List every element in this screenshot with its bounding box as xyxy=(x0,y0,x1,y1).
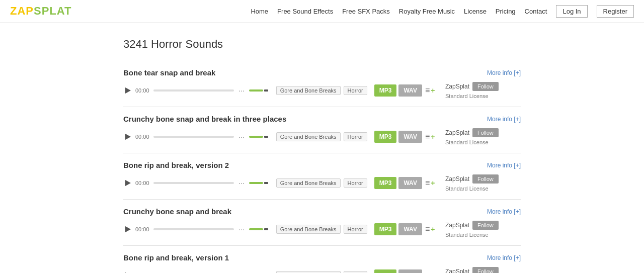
more-info-link[interactable]: More info [+] xyxy=(487,162,521,169)
tag-item[interactable]: Horror xyxy=(344,86,367,95)
tag-item[interactable]: Horror xyxy=(344,132,367,141)
progress-bar[interactable] xyxy=(153,136,234,138)
volume-control[interactable] xyxy=(249,136,268,138)
mp3-button[interactable]: MP3 xyxy=(374,177,397,189)
more-info-link[interactable]: More info [+] xyxy=(487,69,521,76)
author-row: ZapSplat Follow xyxy=(445,82,499,91)
sound-item: Crunchy bone snap and break More info [+… xyxy=(123,200,521,246)
format-buttons: MP3 WAV xyxy=(374,223,422,235)
progress-bar[interactable] xyxy=(153,182,234,184)
add-icon: + xyxy=(431,86,435,95)
add-to-playlist-button[interactable]: ≡+ xyxy=(425,178,435,188)
follow-button[interactable]: Follow xyxy=(472,174,499,184)
sound-header: Bone tear snap and break More info [+] xyxy=(123,68,521,77)
wav-button[interactable]: WAV xyxy=(398,269,422,273)
author-section: ZapSplat Follow Standard License xyxy=(445,221,521,238)
play-button[interactable] xyxy=(123,271,132,273)
more-info-link[interactable]: More info [+] xyxy=(487,208,521,215)
tags-container: Gore and Bone BreaksHorror xyxy=(276,225,367,234)
follow-button[interactable]: Follow xyxy=(472,221,499,230)
player-row: 00:00 ··· Gore and Bone BreaksHorror MP3… xyxy=(123,221,521,238)
play-button[interactable] xyxy=(123,178,132,188)
progress-bar[interactable] xyxy=(153,228,234,230)
sound-header: Bone rip and break, version 1 More info … xyxy=(123,253,521,262)
add-icon: + xyxy=(431,133,435,141)
volume-handle xyxy=(264,228,268,230)
time-display: 00:00 xyxy=(135,180,150,186)
format-buttons: MP3 WAV xyxy=(374,269,422,273)
license-link[interactable]: License xyxy=(464,8,487,15)
play-button[interactable] xyxy=(123,132,132,141)
time-display: 00:00 xyxy=(135,226,150,232)
add-icon: + xyxy=(431,225,435,233)
mp3-button[interactable]: MP3 xyxy=(374,131,397,143)
tag-item[interactable]: Gore and Bone Breaks xyxy=(276,132,341,141)
wav-button[interactable]: WAV xyxy=(398,177,422,189)
wav-button[interactable]: WAV xyxy=(398,223,422,235)
mp3-button[interactable]: MP3 xyxy=(374,269,397,273)
royalty-free-music-link[interactable]: Royalty Free Music xyxy=(399,8,455,15)
follow-button[interactable]: Follow xyxy=(472,267,499,273)
sound-title: Bone rip and break, version 1 xyxy=(123,253,229,262)
sound-title: Crunchy bone snap and break in three pla… xyxy=(123,115,286,123)
more-info-link[interactable]: More info [+] xyxy=(487,254,521,261)
free-sound-effects-link[interactable]: Free Sound Effects xyxy=(277,8,333,15)
navbar: ZAPSPLAT Home Free Sound Effects Free SF… xyxy=(0,0,644,23)
tag-item[interactable]: Gore and Bone Breaks xyxy=(276,271,341,273)
tags-container: Gore and Bone BreaksHorror xyxy=(276,178,367,188)
format-buttons: MP3 WAV xyxy=(374,177,422,189)
sound-header: Bone rip and break, version 2 More info … xyxy=(123,161,521,169)
author-name: ZapSplat xyxy=(445,222,469,229)
play-button[interactable] xyxy=(123,86,132,95)
free-sfx-packs-link[interactable]: Free SFX Packs xyxy=(342,8,390,15)
sound-title: Crunchy bone snap and break xyxy=(123,207,231,216)
mp3-button[interactable]: MP3 xyxy=(374,84,397,97)
volume-control[interactable] xyxy=(249,182,268,184)
register-button[interactable]: Register xyxy=(597,5,634,18)
contact-link[interactable]: Contact xyxy=(525,8,547,15)
add-to-playlist-button[interactable]: ≡+ xyxy=(425,132,435,141)
playlist-icon: ≡ xyxy=(425,86,430,95)
sound-title: Bone tear snap and break xyxy=(123,68,215,77)
tag-item[interactable]: Gore and Bone Breaks xyxy=(276,86,341,95)
license-text: Standard License xyxy=(445,139,489,145)
add-to-playlist-button[interactable]: ≡+ xyxy=(425,86,435,95)
volume-bar xyxy=(249,136,263,138)
author-name: ZapSplat xyxy=(445,129,469,136)
dots-icon[interactable]: ··· xyxy=(237,86,246,95)
pricing-link[interactable]: Pricing xyxy=(496,8,516,15)
player-row: 00:00 ··· Gore and Bone BreaksHorror MP3… xyxy=(123,82,521,99)
logo: ZAPSPLAT xyxy=(10,5,71,18)
wav-button[interactable]: WAV xyxy=(398,131,422,143)
tag-item[interactable]: Gore and Bone Breaks xyxy=(276,178,341,188)
tag-item[interactable]: Horror xyxy=(344,225,367,234)
follow-button[interactable]: Follow xyxy=(472,128,499,137)
more-info-link[interactable]: More info [+] xyxy=(487,116,521,123)
time-display: 00:00 xyxy=(135,134,150,140)
dots-icon[interactable]: ··· xyxy=(237,133,246,141)
author-name: ZapSplat xyxy=(445,83,469,90)
wav-button[interactable]: WAV xyxy=(398,84,422,97)
tag-item[interactable]: Horror xyxy=(344,178,367,188)
progress-bar[interactable] xyxy=(153,89,234,92)
follow-button[interactable]: Follow xyxy=(472,82,499,91)
volume-handle xyxy=(264,136,268,138)
add-to-playlist-button[interactable]: ≡+ xyxy=(425,225,435,234)
logo-zap: ZAP xyxy=(10,5,34,17)
play-button[interactable] xyxy=(123,225,132,234)
home-link[interactable]: Home xyxy=(251,8,268,15)
volume-bar xyxy=(249,89,263,92)
tag-item[interactable]: Gore and Bone Breaks xyxy=(276,225,341,234)
tag-item[interactable]: Horror xyxy=(344,271,367,273)
volume-bar xyxy=(249,182,263,184)
volume-control[interactable] xyxy=(249,89,268,92)
tags-container: Gore and Bone BreaksHorror xyxy=(276,132,367,141)
add-to-playlist-button[interactable]: ≡+ xyxy=(425,271,435,273)
player-row: 00:00 ··· Gore and Bone BreaksHorror MP3… xyxy=(123,267,521,273)
dots-icon[interactable]: ··· xyxy=(237,179,246,187)
mp3-button[interactable]: MP3 xyxy=(374,223,397,235)
play-icon xyxy=(125,134,131,140)
volume-control[interactable] xyxy=(249,228,268,230)
dots-icon[interactable]: ··· xyxy=(237,225,246,233)
login-button[interactable]: Log In xyxy=(556,5,587,18)
